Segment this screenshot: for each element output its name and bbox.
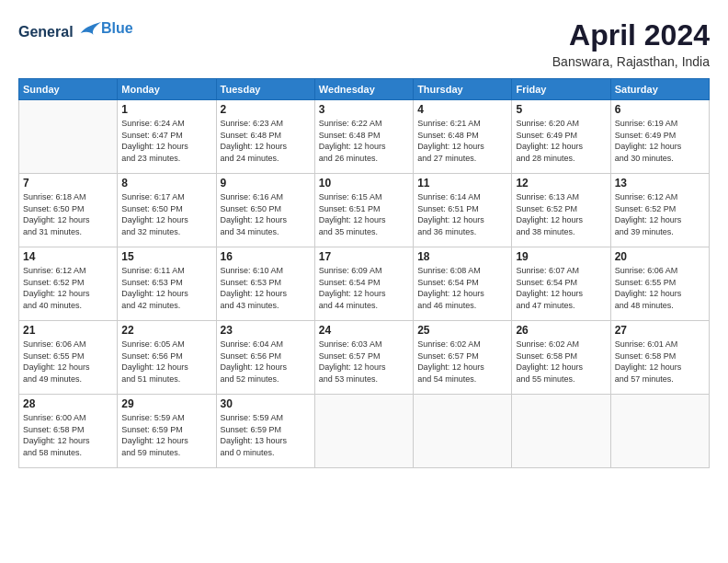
day-number: 21: [23, 324, 113, 337]
calendar-cell: 12Sunrise: 6:13 AMSunset: 6:52 PMDayligh…: [512, 174, 610, 247]
calendar-cell: 4Sunrise: 6:21 AMSunset: 6:48 PMDaylight…: [414, 100, 512, 174]
day-number: 30: [221, 397, 311, 410]
day-number: 11: [417, 177, 507, 190]
calendar-cell: 19Sunrise: 6:07 AMSunset: 6:54 PMDayligh…: [512, 247, 610, 321]
day-info: Sunrise: 6:23 AMSunset: 6:48 PMDaylight:…: [221, 118, 311, 164]
logo: General Blue: [18, 18, 133, 40]
col-friday: Friday: [512, 79, 610, 100]
day-number: 16: [221, 250, 311, 263]
col-tuesday: Tuesday: [216, 79, 314, 100]
calendar-cell: 30Sunrise: 5:59 AMSunset: 6:59 PMDayligh…: [216, 395, 314, 468]
day-info: Sunrise: 6:18 AMSunset: 6:50 PMDaylight:…: [23, 191, 113, 237]
logo-bird-icon: [79, 18, 101, 37]
col-sunday: Sunday: [19, 79, 118, 100]
day-info: Sunrise: 6:17 AMSunset: 6:50 PMDaylight:…: [121, 191, 211, 237]
day-number: 25: [417, 324, 507, 337]
day-number: 9: [221, 177, 311, 190]
day-number: 2: [221, 103, 311, 116]
logo-general: General: [18, 24, 74, 40]
calendar-week-3: 14Sunrise: 6:12 AMSunset: 6:52 PMDayligh…: [19, 247, 710, 321]
page: General Blue April 2024 Banswara, Rajast…: [0, 0, 728, 563]
calendar-cell: 22Sunrise: 6:05 AMSunset: 6:56 PMDayligh…: [118, 321, 216, 395]
calendar-cell: 3Sunrise: 6:22 AMSunset: 6:48 PMDaylight…: [314, 100, 413, 174]
day-number: 29: [121, 397, 211, 410]
day-number: 19: [516, 250, 606, 263]
day-number: 18: [417, 250, 507, 263]
day-number: 20: [615, 250, 705, 263]
calendar-header-row: Sunday Monday Tuesday Wednesday Thursday…: [19, 79, 710, 100]
day-number: 12: [516, 177, 606, 190]
day-number: 13: [615, 177, 705, 190]
calendar-cell: 24Sunrise: 6:03 AMSunset: 6:57 PMDayligh…: [314, 321, 413, 395]
day-info: Sunrise: 5:59 AMSunset: 6:59 PMDaylight:…: [121, 412, 211, 458]
day-number: 28: [23, 397, 113, 410]
day-info: Sunrise: 6:02 AMSunset: 6:58 PMDaylight:…: [516, 339, 606, 385]
calendar-cell: [314, 395, 413, 468]
calendar-cell: 7Sunrise: 6:18 AMSunset: 6:50 PMDaylight…: [19, 174, 118, 247]
calendar-cell: 11Sunrise: 6:14 AMSunset: 6:51 PMDayligh…: [414, 174, 512, 247]
day-info: Sunrise: 6:14 AMSunset: 6:51 PMDaylight:…: [417, 191, 507, 237]
calendar-cell: 25Sunrise: 6:02 AMSunset: 6:57 PMDayligh…: [414, 321, 512, 395]
day-info: Sunrise: 6:02 AMSunset: 6:57 PMDaylight:…: [417, 339, 507, 385]
calendar-cell: 1Sunrise: 6:24 AMSunset: 6:47 PMDaylight…: [118, 100, 216, 174]
day-number: 4: [417, 103, 507, 116]
day-number: 1: [121, 103, 211, 116]
calendar-cell: 9Sunrise: 6:16 AMSunset: 6:50 PMDaylight…: [216, 174, 314, 247]
day-info: Sunrise: 6:10 AMSunset: 6:53 PMDaylight:…: [221, 265, 311, 311]
calendar-cell: 20Sunrise: 6:06 AMSunset: 6:55 PMDayligh…: [610, 247, 709, 321]
calendar-cell: [414, 395, 512, 468]
day-number: 6: [615, 103, 705, 116]
calendar-cell: 16Sunrise: 6:10 AMSunset: 6:53 PMDayligh…: [216, 247, 314, 321]
calendar-cell: 29Sunrise: 5:59 AMSunset: 6:59 PMDayligh…: [118, 395, 216, 468]
day-info: Sunrise: 6:21 AMSunset: 6:48 PMDaylight:…: [417, 118, 507, 164]
calendar-cell: 2Sunrise: 6:23 AMSunset: 6:48 PMDaylight…: [216, 100, 314, 174]
calendar-cell: [610, 395, 709, 468]
calendar-cell: 6Sunrise: 6:19 AMSunset: 6:49 PMDaylight…: [610, 100, 709, 174]
day-number: 17: [319, 250, 409, 263]
location: Banswara, Rajasthan, India: [552, 54, 710, 69]
day-number: 27: [615, 324, 705, 337]
day-info: Sunrise: 6:07 AMSunset: 6:54 PMDaylight:…: [516, 265, 606, 311]
calendar-cell: 8Sunrise: 6:17 AMSunset: 6:50 PMDaylight…: [118, 174, 216, 247]
day-number: 10: [319, 177, 409, 190]
calendar-cell: 18Sunrise: 6:08 AMSunset: 6:54 PMDayligh…: [414, 247, 512, 321]
month-title: April 2024: [552, 18, 710, 52]
day-info: Sunrise: 6:22 AMSunset: 6:48 PMDaylight:…: [319, 118, 409, 164]
day-info: Sunrise: 6:03 AMSunset: 6:57 PMDaylight:…: [319, 339, 409, 385]
day-info: Sunrise: 6:09 AMSunset: 6:54 PMDaylight:…: [319, 265, 409, 311]
day-info: Sunrise: 6:16 AMSunset: 6:50 PMDaylight:…: [221, 191, 311, 237]
col-monday: Monday: [118, 79, 216, 100]
calendar-cell: 15Sunrise: 6:11 AMSunset: 6:53 PMDayligh…: [118, 247, 216, 321]
day-number: 26: [516, 324, 606, 337]
day-info: Sunrise: 6:01 AMSunset: 6:58 PMDaylight:…: [615, 339, 705, 385]
col-saturday: Saturday: [610, 79, 709, 100]
day-info: Sunrise: 6:06 AMSunset: 6:55 PMDaylight:…: [23, 339, 113, 385]
header: General Blue April 2024 Banswara, Rajast…: [18, 18, 710, 69]
day-info: Sunrise: 6:06 AMSunset: 6:55 PMDaylight:…: [615, 265, 705, 311]
day-info: Sunrise: 6:08 AMSunset: 6:54 PMDaylight:…: [417, 265, 507, 311]
col-thursday: Thursday: [414, 79, 512, 100]
day-info: Sunrise: 6:13 AMSunset: 6:52 PMDaylight:…: [516, 191, 606, 237]
day-info: Sunrise: 6:11 AMSunset: 6:53 PMDaylight:…: [121, 265, 211, 311]
day-number: 7: [23, 177, 113, 190]
calendar-week-4: 21Sunrise: 6:06 AMSunset: 6:55 PMDayligh…: [19, 321, 710, 395]
calendar-cell: 17Sunrise: 6:09 AMSunset: 6:54 PMDayligh…: [314, 247, 413, 321]
calendar-cell: 23Sunrise: 6:04 AMSunset: 6:56 PMDayligh…: [216, 321, 314, 395]
day-info: Sunrise: 6:12 AMSunset: 6:52 PMDaylight:…: [23, 265, 113, 311]
day-info: Sunrise: 6:15 AMSunset: 6:51 PMDaylight:…: [319, 191, 409, 237]
calendar-cell: 28Sunrise: 6:00 AMSunset: 6:58 PMDayligh…: [19, 395, 118, 468]
calendar-cell: [512, 395, 610, 468]
logo-blue: Blue: [101, 20, 133, 37]
day-number: 5: [516, 103, 606, 116]
day-number: 23: [221, 324, 311, 337]
day-info: Sunrise: 5:59 AMSunset: 6:59 PMDaylight:…: [221, 412, 311, 458]
day-info: Sunrise: 6:12 AMSunset: 6:52 PMDaylight:…: [615, 191, 705, 237]
calendar-cell: 27Sunrise: 6:01 AMSunset: 6:58 PMDayligh…: [610, 321, 709, 395]
day-info: Sunrise: 6:24 AMSunset: 6:47 PMDaylight:…: [121, 118, 211, 164]
calendar-cell: 26Sunrise: 6:02 AMSunset: 6:58 PMDayligh…: [512, 321, 610, 395]
calendar-cell: [19, 100, 118, 174]
day-number: 8: [121, 177, 211, 190]
day-number: 14: [23, 250, 113, 263]
day-info: Sunrise: 6:00 AMSunset: 6:58 PMDaylight:…: [23, 412, 113, 458]
calendar-cell: 13Sunrise: 6:12 AMSunset: 6:52 PMDayligh…: [610, 174, 709, 247]
